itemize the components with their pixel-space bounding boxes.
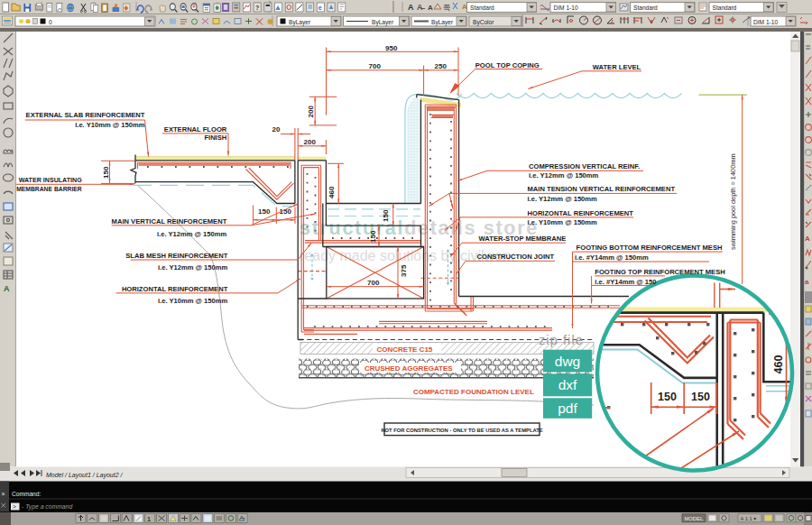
svg-text:COMPRESSION VERTICAL REINF.: COMPRESSION VERTICAL REINF. xyxy=(529,162,640,170)
svg-text:A: A xyxy=(428,4,433,12)
svg-text:SLAB MESH REINFORCEMENT: SLAB MESH REINFORCEMENT xyxy=(125,252,227,260)
svg-text:DIM 1-10: DIM 1-10 xyxy=(753,19,778,25)
svg-text:DIM 1-10: DIM 1-10 xyxy=(554,5,578,11)
svg-text:WATER LEVEL: WATER LEVEL xyxy=(593,63,641,71)
svg-text:×: × xyxy=(2,491,5,497)
svg-text:MEMBRANE BARRIER: MEMBRANE BARRIER xyxy=(16,185,82,193)
svg-text:FINISH: FINISH xyxy=(204,134,226,142)
svg-text:A: A xyxy=(408,3,414,12)
svg-text:FOOTING TOP REINFORCEMENT MESH: FOOTING TOP REINFORCEMENT MESH xyxy=(595,268,724,276)
svg-text:i.e. #Y14mm @ 150: i.e. #Y14mm @ 150 xyxy=(595,278,656,286)
svg-text:POOL TOP COPING: POOL TOP COPING xyxy=(475,61,540,69)
svg-text:1: 1 xyxy=(147,516,151,522)
svg-text:EXTERNAL SLAB REINFORCEMENT: EXTERNAL SLAB REINFORCEMENT xyxy=(26,111,145,119)
svg-text:A: A xyxy=(4,284,10,293)
svg-text:460: 460 xyxy=(772,355,785,374)
svg-text:>: > xyxy=(13,503,16,510)
svg-text:dxf: dxf xyxy=(558,377,577,392)
svg-text:i.e. Y10mm @ 150mm: i.e. Y10mm @ 150mm xyxy=(528,218,598,226)
svg-text:zip file: zip file xyxy=(539,333,584,347)
svg-text:Standard: Standard xyxy=(633,5,658,11)
svg-text:Standard: Standard xyxy=(470,5,494,11)
svg-text:150: 150 xyxy=(369,230,377,243)
svg-text:ByLayer: ByLayer xyxy=(372,19,394,26)
svg-text:COMPACTED FOUNDATION LEVEL: COMPACTED FOUNDATION LEVEL xyxy=(413,388,534,396)
svg-text:250: 250 xyxy=(435,62,448,70)
svg-text:dwg: dwg xyxy=(555,354,580,369)
svg-text:HORIZONTAL REINFORCEMENT: HORIZONTAL REINFORCEMENT xyxy=(528,209,634,217)
svg-text:i.e. Y10mm @ 150mm: i.e. Y10mm @ 150mm xyxy=(158,297,228,305)
svg-text:쪽: 쪽 xyxy=(443,4,450,12)
svg-text:20: 20 xyxy=(272,125,281,134)
svg-text:swimming pool depth = 1400mm: swimming pool depth = 1400mm xyxy=(729,153,737,250)
svg-text:i.e. Y12mm @ 150mm: i.e. Y12mm @ 150mm xyxy=(157,230,227,238)
svg-text:Model / Layout1 / Layout2: Model / Layout1 / Layout2 / xyxy=(46,472,123,479)
svg-text:- Type a command: - Type a command xyxy=(22,503,72,511)
svg-text:i.e. Y10mm @ 150mm: i.e. Y10mm @ 150mm xyxy=(75,121,145,129)
svg-text:pdf: pdf xyxy=(558,401,577,416)
svg-text:CONSTRUCTION JOINT: CONSTRUCTION JOINT xyxy=(477,253,555,261)
svg-text:EXTERNAL FLOOR: EXTERNAL FLOOR xyxy=(164,125,227,134)
svg-text:ByLayer: ByLayer xyxy=(431,19,454,26)
svg-text:150: 150 xyxy=(258,207,271,216)
svg-text:MODEL: MODEL xyxy=(685,516,704,521)
svg-text:WATER INSULATING: WATER INSULATING xyxy=(19,176,82,184)
svg-text:e: e xyxy=(318,4,322,12)
svg-text:ByLayer: ByLayer xyxy=(289,19,311,26)
svg-text:ByColor: ByColor xyxy=(473,19,494,26)
svg-text:i.e. Y12mm @ 150mm: i.e. Y12mm @ 150mm xyxy=(528,195,598,203)
svg-text:Standard: Standard xyxy=(713,5,737,11)
svg-text:WATER-STOP MEMBRANE: WATER-STOP MEMBRANE xyxy=(479,235,567,243)
svg-text:?: ? xyxy=(255,4,260,12)
svg-text:375: 375 xyxy=(400,264,408,277)
svg-text:700: 700 xyxy=(367,279,380,287)
svg-text:150: 150 xyxy=(382,209,390,222)
svg-text:A 1.1 ▾: A 1.1 ▾ xyxy=(741,516,757,521)
svg-text:150: 150 xyxy=(102,166,110,179)
svg-text:700: 700 xyxy=(369,62,382,70)
svg-text:a: a xyxy=(805,278,809,286)
svg-text:i.e. Y12mm @ 150mm: i.e. Y12mm @ 150mm xyxy=(529,171,599,180)
svg-text:NOT FOR CONSTRUCTION - ONLY TO: NOT FOR CONSTRUCTION - ONLY TO BE USED A… xyxy=(381,428,542,433)
svg-text:Command:: Command: xyxy=(12,491,41,497)
svg-text:HORIZONTAL REINFORCEMENT: HORIZONTAL REINFORCEMENT xyxy=(122,285,228,293)
svg-text:MAIN TENSION VERTICAL REINFORC: MAIN TENSION VERTICAL REINFORCEMENT xyxy=(528,185,676,193)
svg-text:CONCRETE C15: CONCRETE C15 xyxy=(377,345,433,354)
svg-text:150: 150 xyxy=(658,391,677,403)
svg-text:A: A xyxy=(805,235,810,243)
svg-text:FOOTING BOTTOM REINFORCEMENT M: FOOTING BOTTOM REINFORCEMENT MESH xyxy=(577,244,723,252)
svg-text:i.e. Y12mm @ 150mm: i.e. Y12mm @ 150mm xyxy=(158,263,228,272)
svg-text:200: 200 xyxy=(304,138,317,146)
svg-text:MAIN VERTICAL REINFORCEMENT: MAIN VERTICAL REINFORCEMENT xyxy=(112,217,227,226)
svg-text:0: 0 xyxy=(49,19,52,25)
svg-text:CRUSHED AGGREGATES: CRUSHED AGGREGATES xyxy=(364,364,453,373)
svg-text:200: 200 xyxy=(307,106,315,118)
svg-text:950: 950 xyxy=(385,44,398,52)
svg-text:460: 460 xyxy=(328,186,336,198)
svg-text:150: 150 xyxy=(691,391,710,403)
svg-text:i.e. #Y14mm @ 150mm: i.e. #Y14mm @ 150mm xyxy=(575,253,649,262)
